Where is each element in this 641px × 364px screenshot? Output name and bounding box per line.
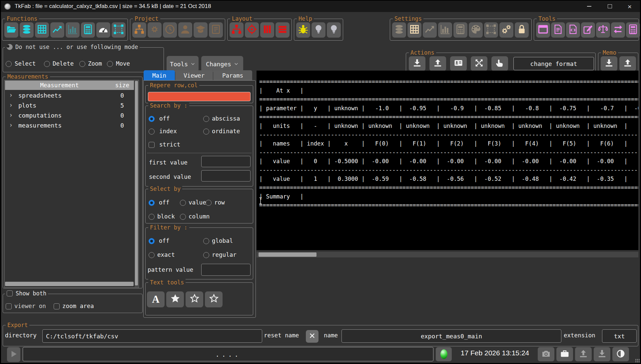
- search-off-radio[interactable]: [149, 116, 155, 122]
- folder-open-button[interactable]: [4, 22, 18, 38]
- clock-button[interactable]: [163, 22, 177, 38]
- filter-global-radio[interactable]: [203, 238, 209, 244]
- tab-viewer[interactable]: Viewer: [175, 70, 213, 81]
- hierarchy-button[interactable]: [132, 22, 146, 38]
- swap-arrows-button[interactable]: [611, 22, 625, 38]
- measurements-tree[interactable]: Measurement size ›spreadsheets0›plots5›c…: [4, 80, 139, 288]
- tools-menu-button[interactable]: Tools: [167, 56, 199, 72]
- text-style-button[interactable]: A: [147, 291, 165, 307]
- star-outline-button[interactable]: [186, 291, 203, 307]
- document-code-button[interactable]: [566, 22, 580, 38]
- zoom-area-checkbox[interactable]: [54, 303, 60, 309]
- camera-button[interactable]: [538, 347, 554, 361]
- star-filled-button[interactable]: [166, 291, 184, 307]
- select-region-button[interactable]: [484, 22, 498, 38]
- search-index-radio[interactable]: [149, 129, 155, 135]
- terminal-output[interactable]: ========================================…: [257, 71, 638, 250]
- select-column-radio[interactable]: [180, 214, 186, 220]
- briefcase-button[interactable]: [556, 347, 573, 361]
- line-chart-button[interactable]: [423, 22, 437, 38]
- select-block-radio[interactable]: [149, 214, 155, 220]
- rows-button[interactable]: [276, 22, 290, 38]
- scales-button[interactable]: [596, 22, 610, 38]
- chevron-right-icon[interactable]: ›: [9, 101, 13, 109]
- tab-params[interactable]: Params: [213, 70, 252, 81]
- mode-none-radio[interactable]: [7, 44, 13, 50]
- minimize-button[interactable]: [579, 1, 599, 12]
- edit-button[interactable]: [581, 22, 595, 38]
- tab-main[interactable]: Main: [144, 70, 175, 81]
- select-off-radio[interactable]: [149, 200, 155, 206]
- mode-move-radio[interactable]: [107, 61, 113, 67]
- select-value-radio[interactable]: [180, 200, 186, 206]
- database-button[interactable]: [392, 22, 406, 38]
- gauge-button[interactable]: [96, 22, 110, 38]
- star-outline-2-button[interactable]: [205, 291, 223, 307]
- repere-input[interactable]: [148, 92, 251, 101]
- search-abscissa-radio[interactable]: [203, 116, 209, 122]
- tree-row-measurements[interactable]: ›measurements0: [5, 121, 134, 131]
- import-upload-button[interactable]: [429, 56, 446, 71]
- target-button[interactable]: [245, 22, 259, 38]
- memo-download-button[interactable]: [601, 56, 617, 71]
- database-button[interactable]: [20, 22, 34, 38]
- status-led-button[interactable]: [436, 347, 452, 361]
- changes-menu-button[interactable]: Changes: [201, 56, 243, 72]
- change-format-button[interactable]: change format: [513, 57, 594, 70]
- calculator-button[interactable]: [453, 22, 467, 38]
- second-value-input[interactable]: [201, 170, 251, 182]
- palette-button[interactable]: [469, 22, 483, 38]
- upload-button[interactable]: [575, 347, 592, 361]
- tree-row-plots[interactable]: ›plots5: [5, 101, 134, 111]
- select-row-radio[interactable]: [206, 200, 212, 206]
- bar-chart-button[interactable]: [438, 22, 452, 38]
- select-region-button[interactable]: [112, 22, 126, 38]
- table-grid-button[interactable]: [35, 22, 49, 38]
- scrollbar-thumb[interactable]: [259, 252, 317, 257]
- close-button[interactable]: ×: [620, 1, 639, 12]
- line-chart-button[interactable]: [50, 22, 64, 38]
- download-button[interactable]: [594, 347, 610, 361]
- tree-header[interactable]: Measurement size: [5, 81, 134, 90]
- memo-upload-button[interactable]: [619, 56, 636, 71]
- bulb-button[interactable]: [327, 22, 341, 38]
- export-name-input[interactable]: export_meas0_main: [341, 329, 561, 343]
- search-ordinate-radio[interactable]: [203, 129, 209, 135]
- tree-row-computations[interactable]: ›computations0: [5, 111, 134, 121]
- bulb-button[interactable]: [312, 22, 325, 38]
- terminal-horizontal-scrollbar[interactable]: [257, 252, 638, 257]
- theme-toggle-button[interactable]: [612, 347, 629, 361]
- reset-name-button[interactable]: [306, 330, 319, 343]
- pattern-value-input[interactable]: [201, 264, 251, 276]
- note-button[interactable]: [209, 22, 223, 38]
- gear-button[interactable]: [148, 22, 162, 38]
- filter-regular-radio[interactable]: [203, 252, 209, 258]
- export-download-button[interactable]: [409, 56, 425, 71]
- filter-off-radio[interactable]: [149, 238, 155, 244]
- first-value-input[interactable]: [201, 156, 251, 167]
- chevron-right-icon[interactable]: ›: [9, 111, 13, 119]
- hand-button[interactable]: [491, 56, 508, 71]
- id-card-button[interactable]: [450, 56, 467, 71]
- tree-vertical-scrollbar[interactable]: [135, 81, 138, 287]
- calculator-button[interactable]: [81, 22, 95, 38]
- chevron-right-icon[interactable]: ›: [9, 121, 13, 129]
- table-grid-button[interactable]: [407, 22, 421, 38]
- hierarchy-button[interactable]: [230, 22, 244, 38]
- maximize-button[interactable]: [600, 1, 619, 12]
- viewer-on-checkbox[interactable]: [6, 303, 12, 309]
- expand-button[interactable]: [471, 56, 487, 71]
- mode-zoom-radio[interactable]: [79, 61, 85, 67]
- directory-input[interactable]: C:/tclsoft/tkfab/csv: [42, 329, 262, 343]
- calculator-button[interactable]: [626, 22, 640, 38]
- tree-row-spreadsheets[interactable]: ›spreadsheets0: [5, 91, 134, 101]
- lock-button[interactable]: [515, 22, 529, 38]
- user-button[interactable]: [178, 22, 192, 38]
- tree-horizontal-scrollbar[interactable]: [5, 282, 134, 286]
- filter-exact-radio[interactable]: [149, 252, 155, 258]
- strict-checkbox[interactable]: [149, 142, 155, 148]
- bar-chart-button[interactable]: [66, 22, 80, 38]
- resize-grip[interactable]: [635, 359, 640, 363]
- scrollbar-thumb[interactable]: [135, 81, 138, 285]
- mode-select-radio[interactable]: [6, 61, 12, 67]
